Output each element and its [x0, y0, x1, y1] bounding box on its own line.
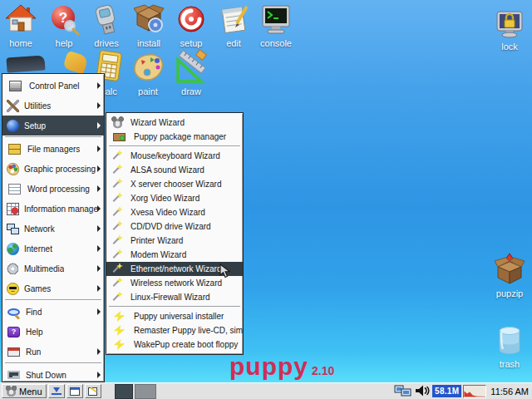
menu-item-word-processing[interactable]: Word processing	[2, 179, 104, 199]
pupzip-icon	[486, 254, 532, 287]
menu-item-graphic-processing[interactable]: Graphic processing	[2, 159, 104, 179]
submenu-arrow-icon	[97, 285, 101, 292]
window-icon	[70, 387, 80, 396]
wizard-wizard-icon	[111, 116, 124, 129]
desktop-icon-drives[interactable]: drives	[83, 3, 130, 48]
volume-speaker-icon[interactable]	[415, 385, 430, 398]
word-processing-icon	[8, 184, 21, 195]
lightning-bolt-icon	[113, 339, 126, 350]
menu-item-control-panel[interactable]: Control Panel	[2, 76, 104, 96]
submenu-item-modem-wizard[interactable]: Modem Wizard	[106, 248, 243, 262]
network-tray-icon[interactable]	[394, 384, 412, 399]
desktop-icon-console[interactable]: console	[253, 3, 299, 48]
menu-item-utilities[interactable]: Utilities	[2, 96, 104, 116]
wand-icon	[111, 150, 124, 162]
submenu-item-alsa-sound-wizard[interactable]: ALSA sound Wizard	[106, 163, 243, 177]
icon-label: lock	[486, 42, 532, 52]
submenu-item-puppy-universal-installer[interactable]: Puppy universal installer	[106, 309, 243, 323]
desktop-icon-edit[interactable]: edit	[210, 3, 257, 48]
lock-icon	[486, 7, 532, 40]
icon-label: trash	[486, 359, 532, 369]
submenu-item-x-server-chooser-wizard[interactable]: X server chooser Wizard	[106, 177, 243, 191]
submenu-item-remaster-puppy-live-cd[interactable]: Remaster Puppy live-CD, simple	[106, 323, 243, 337]
workspace-1-active[interactable]	[115, 384, 133, 399]
console-icon	[253, 3, 299, 37]
games-icon	[7, 283, 19, 295]
menu-item-information-managers[interactable]: Information managers	[2, 199, 104, 219]
desktop-icon-lock[interactable]: lock	[486, 7, 532, 52]
menu-item-games[interactable]: Games	[2, 278, 104, 298]
submenu-item-wizard-wizard[interactable]: Wizard Wizard	[106, 116, 243, 130]
taskbar: Menu	[0, 382, 532, 399]
menu-icon	[6, 386, 17, 397]
submenu-item-label: Printer Wizard	[131, 236, 183, 245]
menu-button[interactable]: Menu	[2, 384, 47, 398]
partial-icon	[6, 55, 45, 72]
icon-label: home	[0, 38, 44, 48]
paint-icon	[125, 52, 171, 85]
cpu-load-graph[interactable]	[463, 385, 486, 398]
submenu-arrow-icon	[97, 372, 101, 378]
menu-item-multimedia[interactable]: Multimedia	[2, 259, 104, 278]
menu-separator	[109, 145, 240, 147]
show-desktop-button[interactable]	[48, 384, 65, 398]
desktop-icon-trash[interactable]: trash	[486, 324, 532, 369]
free-memory-badge[interactable]: 58.1M	[432, 385, 461, 397]
menu-item-run[interactable]: Run	[2, 342, 104, 362]
submenu-item-xvesa-video-wizard[interactable]: Xvesa Video Wizard	[106, 205, 243, 219]
menu-separator	[5, 362, 101, 364]
wand-icon	[111, 291, 124, 303]
desktop-icon-help[interactable]: ? help	[41, 3, 87, 48]
submenu-item-wakepup-create-boot-floppy[interactable]: WakePup create boot floppy	[106, 337, 243, 352]
workspace-2[interactable]	[135, 384, 156, 399]
submenu-item-label: WakePup create boot floppy	[134, 340, 238, 349]
desktop-icon-setup[interactable]: setup	[168, 3, 214, 48]
submenu-item-cd-dvd-drive-wizard[interactable]: CD/DVD drive Wizard	[106, 219, 243, 234]
notepad-pencil-icon	[88, 387, 97, 396]
menu-item-network[interactable]: Network	[2, 219, 104, 239]
desktop-icon-paint[interactable]: paint	[125, 52, 171, 96]
menu-item-label: Games	[24, 284, 51, 293]
desktop-icon-install[interactable]: install	[126, 3, 172, 48]
submenu-item-label: Puppy package manager	[134, 132, 226, 141]
puppy-logo: puppy 2.10	[229, 352, 334, 381]
menu-item-label: Network	[24, 224, 55, 234]
package-manager-icon	[113, 133, 126, 141]
desktop-icon-home[interactable]: home	[0, 3, 44, 48]
icon-label: draw	[168, 86, 214, 96]
draw-icon	[168, 52, 214, 85]
tray-bar-icon	[52, 393, 62, 395]
taskbar-clock[interactable]: 11:56 AM	[490, 387, 529, 397]
menu-item-label: Information managers	[24, 204, 97, 214]
menu-separator	[5, 136, 101, 138]
menu-separator	[5, 299, 101, 301]
notes-button[interactable]	[85, 384, 101, 398]
desktop-icon-pupzip[interactable]: pupzip	[486, 254, 532, 298]
menu-item-internet[interactable]: Internet	[2, 239, 104, 259]
menu-item-setup[interactable]: Setup	[2, 116, 104, 135]
down-arrow-icon	[53, 387, 60, 392]
home-icon	[0, 3, 44, 37]
menu-item-help[interactable]: Help	[2, 322, 104, 342]
window-list-button[interactable]	[66, 384, 83, 398]
submenu-item-label: Xorg Video Wizard	[131, 194, 200, 203]
submenu-item-puppy-package-manager[interactable]: Puppy package manager	[106, 130, 243, 144]
submenu-item-label: Modem Wizard	[131, 250, 186, 259]
network-icon	[7, 223, 19, 235]
lightning-bolt-icon	[113, 325, 126, 336]
submenu-item-label: Remaster Puppy live-CD, simple	[134, 326, 243, 335]
submenu-arrow-icon	[97, 122, 101, 129]
internet-icon	[7, 243, 19, 255]
icon-label: help	[41, 38, 87, 48]
menu-item-find[interactable]: Find	[2, 302, 104, 322]
menu-item-file-managers[interactable]: File managers	[2, 139, 104, 159]
submenu-item-xorg-video-wizard[interactable]: Xorg Video Wizard	[106, 191, 243, 205]
desktop-icon-draw[interactable]: draw	[168, 52, 214, 96]
menu-item-label: Graphic processing	[24, 165, 96, 174]
submenu-item-linux-firewall-wizard[interactable]: Linux-Firewall Wizard	[106, 290, 243, 304]
submenu-item-mouse-keyboard-wizard[interactable]: Mouse/keyboard Wizard	[106, 149, 243, 163]
submenu-item-printer-wizard[interactable]: Printer Wizard	[106, 234, 243, 248]
find-icon	[7, 308, 20, 316]
submenu-item-label: Xvesa Video Wizard	[131, 208, 205, 217]
submenu-arrow-icon	[97, 348, 101, 355]
